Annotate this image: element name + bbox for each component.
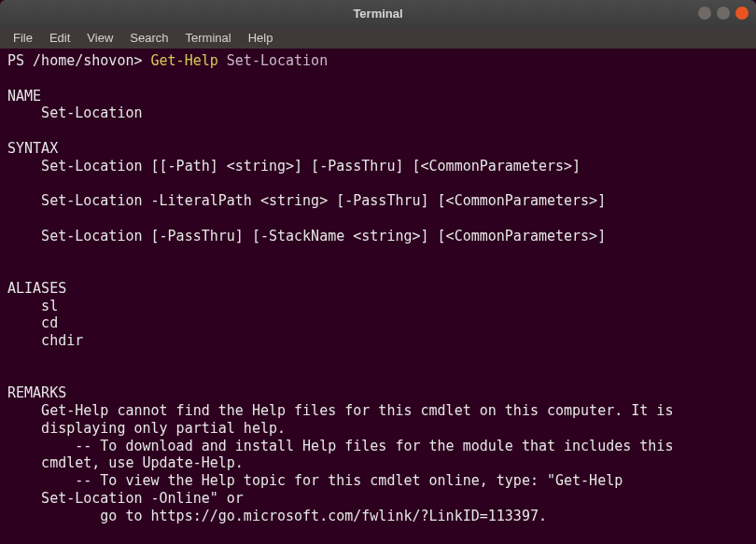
maximize-icon[interactable] — [717, 7, 730, 20]
menu-edit[interactable]: Edit — [42, 29, 77, 47]
remarks-line: go to https://go.microsoft.com/fwlink/?L… — [7, 508, 547, 524]
cmd-arg: Set-Location — [227, 52, 328, 69]
menubar: File Edit View Search Terminal Help — [0, 26, 756, 49]
syntax-heading: SYNTAX — [7, 140, 58, 157]
minimize-icon[interactable] — [698, 7, 711, 20]
terminal-window: Terminal File Edit View Search Terminal … — [0, 0, 756, 544]
alias-line: sl — [7, 298, 58, 314]
window-controls — [698, 7, 749, 20]
alias-line: cd — [7, 314, 58, 331]
remarks-line: cmdlet, use Update-Help. — [7, 454, 244, 471]
prompt-ps: PS — [7, 52, 24, 69]
remarks-line: -- To download and install Help files fo… — [7, 438, 673, 454]
menu-terminal[interactable]: Terminal — [178, 29, 239, 47]
alias-line: chdir — [7, 332, 83, 349]
remarks-line: displaying only partial help. — [7, 420, 286, 437]
titlebar: Terminal — [0, 0, 756, 26]
close-icon[interactable] — [735, 7, 749, 20]
cmd-get-help: Get-Help — [151, 52, 218, 69]
menu-file[interactable]: File — [6, 29, 40, 47]
remarks-line: -- To view the Help topic for this cmdle… — [7, 472, 623, 489]
remarks-heading: REMARKS — [7, 384, 66, 401]
menu-help[interactable]: Help — [241, 29, 281, 47]
prompt-path: /home/shovon> — [33, 52, 142, 69]
menu-search[interactable]: Search — [122, 29, 175, 47]
terminal-body[interactable]: PS /home/shovon> Get-Help Set-Location N… — [0, 49, 756, 544]
aliases-heading: ALIASES — [7, 280, 66, 297]
name-value: Set-Location — [7, 105, 143, 121]
syntax-line: Set-Location [-PassThru] [-StackName <st… — [7, 228, 606, 244]
menu-view[interactable]: View — [79, 29, 120, 47]
syntax-line: Set-Location [[-Path] <string>] [-PassTh… — [7, 158, 581, 174]
syntax-line: Set-Location -LiteralPath <string> [-Pas… — [7, 192, 606, 209]
window-title: Terminal — [353, 7, 402, 21]
remarks-line: Set-Location -Online" or — [7, 490, 244, 507]
remarks-line: Get-Help cannot find the Help files for … — [7, 402, 673, 419]
name-heading: NAME — [7, 88, 41, 105]
